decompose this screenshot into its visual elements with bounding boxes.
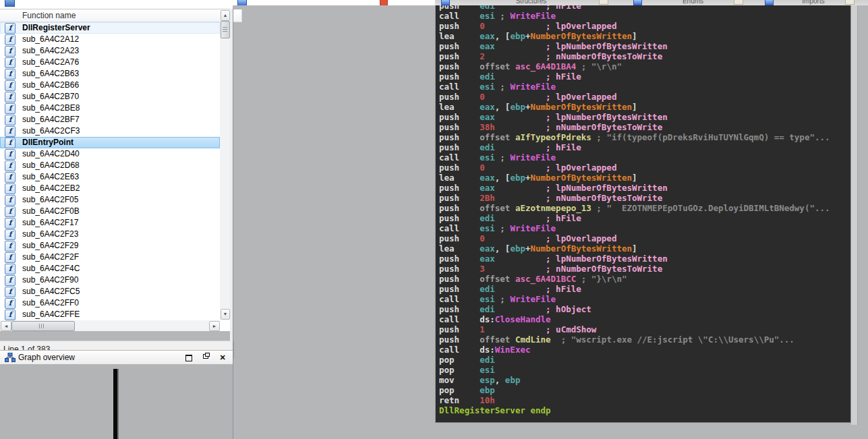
disasm-token-ins	[485, 324, 546, 334]
disasm-token-reg: esi	[480, 365, 495, 375]
maximize-button[interactable]	[184, 353, 194, 362]
disasm-line[interactable]: pop ebp	[439, 385, 850, 395]
disassembly-graph-node[interactable]: push edi ; hFilecall esi ; WriteFilepush…	[435, 0, 851, 423]
disasm-line[interactable]: call ds:CloseHandle	[439, 314, 850, 324]
graph-overview-title: Graph overview	[18, 353, 75, 362]
disasm-line[interactable]: push eax ; lpNumberOfBytesWritten	[439, 41, 850, 51]
disasm-line[interactable]: pop esi	[439, 365, 850, 375]
function-list-item[interactable]: fsub_6A4C2FF0	[0, 297, 220, 309]
disasm-line[interactable]: lea eax, [ebp+NumberOfBytesWritten]	[439, 31, 850, 41]
disasm-line[interactable]: retn 10h	[439, 395, 850, 405]
function-list-item[interactable]: fsub_6A4C2FFE	[0, 309, 220, 320]
disasm-line[interactable]: push offset aIfTypeofPdreks ; "if(typeof…	[439, 132, 850, 142]
tab-imports[interactable]: Imports	[759, 0, 868, 5]
disasm-line[interactable]: pop edi	[439, 355, 850, 365]
disasm-line[interactable]: push eax ; lpNumberOfBytesWritten	[439, 112, 850, 122]
disasm-line[interactable]: push 0 ; lpOverlapped	[439, 21, 850, 31]
thumb-grip	[39, 324, 45, 328]
disasm-line[interactable]: push 0 ; lpOverlapped	[439, 233, 850, 243]
disasm-line[interactable]: push offset aEzotnmepepo_13 ; " EZOTNMEP…	[439, 203, 850, 213]
function-list-item[interactable]: fsub_6A4C2EB2	[0, 183, 220, 194]
disasm-line[interactable]: DllRegisterServer endp	[439, 405, 850, 415]
disasm-line[interactable]: call ds:WinExec	[439, 345, 850, 355]
function-list-item[interactable]: fsub_6A4C2A12	[0, 34, 220, 45]
function-list-item[interactable]: fsub_6A4C2F29	[0, 240, 220, 252]
disasm-line[interactable]: push edi ; hFile	[439, 71, 850, 82]
function-list-item[interactable]: fsub_6A4C2CF3	[0, 125, 220, 137]
disasm-line[interactable]: push 0 ; lpOverlapped	[439, 92, 850, 102]
function-list-item[interactable]: fsub_6A4C2B70	[0, 91, 220, 103]
function-f-icon: f	[5, 218, 16, 229]
function-list-item[interactable]: fsub_6A4C2D68	[0, 160, 220, 171]
function-list-item[interactable]: fsub_6A4C2F90	[0, 274, 220, 286]
tab-structures[interactable]: Structures	[435, 0, 628, 5]
disasm-line[interactable]: call esi ; WriteFile	[439, 223, 850, 233]
function-list-item[interactable]: fsub_6A4C2F4C	[0, 263, 220, 274]
float-button[interactable]	[201, 353, 210, 362]
function-list-item[interactable]: fsub_6A4C2F2F	[0, 252, 220, 263]
toolbar-icon[interactable]	[5, 0, 15, 7]
scroll-left-arrow[interactable]: ◄	[1, 321, 11, 331]
function-list-item[interactable]: fsub_6A4C2BF7	[0, 114, 220, 125]
function-list-item[interactable]: fsub_6A4C2E63	[0, 171, 220, 183]
scroll-right-arrow[interactable]: ►	[209, 321, 220, 331]
disasm-line[interactable]: push 0 ; lpOverlapped	[439, 163, 850, 173]
graph-overview-canvas[interactable]	[0, 364, 233, 439]
functions-horizontal-scrollbar[interactable]: ◄ ►	[0, 320, 220, 331]
scrollbar-thumb[interactable]	[221, 21, 230, 38]
function-list-item[interactable]: fsub_6A4C2F0B	[0, 206, 220, 217]
function-list-item[interactable]: fsub_6A4C2A76	[0, 57, 220, 68]
disasm-line[interactable]: push 38h ; nNumberOfBytesToWrite	[439, 122, 850, 132]
function-list-item[interactable]: fsub_6A4C2F17	[0, 217, 220, 229]
disasm-line[interactable]: push edi ; hObject	[439, 304, 850, 314]
scrollbar-thumb[interactable]	[11, 321, 75, 331]
disasm-line[interactable]: mov esp, ebp	[439, 375, 850, 385]
disasm-line[interactable]: push 2Bh ; nNumberOfBytesToWrite	[439, 193, 850, 203]
disasm-line[interactable]: push eax ; lpNumberOfBytesWritten	[439, 254, 850, 264]
function-list-item[interactable]: fsub_6A4C2F23	[0, 229, 220, 240]
function-list-item[interactable]: fsub_6A4C2A23	[0, 45, 220, 57]
function-list-item[interactable]: fDllEntryPoint	[0, 137, 220, 148]
function-list-item[interactable]: fsub_6A4C2BE8	[0, 103, 220, 114]
function-f-icon: f	[5, 80, 16, 91]
disasm-line[interactable]: push offset CmdLine ; "wscript.exe //E:j…	[439, 334, 850, 345]
disasm-token-ins: push	[439, 264, 480, 274]
disasm-line[interactable]: push edi ; hFile	[439, 142, 850, 152]
tab-enums[interactable]: Enums	[627, 0, 759, 5]
disasm-line[interactable]: push offset asc_6A4D1BA4 ; "\r\n"	[439, 61, 850, 71]
function-list-item[interactable]: fsub_6A4C2B63	[0, 68, 220, 80]
disasm-token-var: NumberOfBytesWritten	[530, 243, 632, 254]
disasm-line[interactable]: push edi ; hFile	[439, 213, 850, 223]
graph-overview-node-miniature[interactable]	[113, 369, 119, 439]
disasm-token-reg: esi	[480, 82, 495, 92]
function-list-item[interactable]: fsub_6A4C2D40	[0, 148, 220, 160]
disasm-line[interactable]: push 3 ; nNumberOfBytesToWrite	[439, 264, 850, 274]
disasm-line[interactable]: push 1 ; uCmdShow	[439, 324, 850, 334]
function-name-label: DllRegisterServer	[22, 23, 90, 32]
disasm-token-ins: push	[439, 203, 480, 213]
tab-ida-view-active[interactable]	[233, 0, 436, 5]
functions-vertical-scrollbar[interactable]: ▲ ▼	[220, 10, 230, 320]
disasm-line[interactable]: call esi ; WriteFile	[439, 152, 850, 163]
scroll-up-arrow[interactable]: ▲	[221, 10, 230, 21]
disasm-line[interactable]: lea eax, [ebp+NumberOfBytesWritten]	[439, 243, 850, 254]
disasm-line[interactable]: lea eax, [ebp+NumberOfBytesWritten]	[439, 102, 850, 112]
function-name-column-header[interactable]: Function name	[0, 9, 242, 22]
graph-overview-titlebar[interactable]: Graph overview ✕	[0, 350, 233, 365]
disasm-line[interactable]: call esi ; WriteFile	[439, 11, 850, 21]
function-list-item[interactable]: fDllRegisterServer	[0, 22, 220, 34]
disasm-line[interactable]: call esi ; WriteFile	[439, 294, 850, 304]
scroll-down-arrow[interactable]: ▼	[221, 309, 230, 320]
function-list-item[interactable]: fsub_6A4C2FC5	[0, 286, 220, 297]
disasm-line[interactable]: push eax ; lpNumberOfBytesWritten	[439, 183, 850, 193]
function-list-item[interactable]: fsub_6A4C2B66	[0, 80, 220, 91]
disasm-line[interactable]: push 2 ; nNumberOfBytesToWrite	[439, 51, 850, 61]
disasm-line[interactable]: lea eax, [ebp+NumberOfBytesWritten]	[439, 173, 850, 183]
function-f-icon: f	[5, 206, 16, 217]
disasm-line[interactable]: push offset asc_6A4D1BCC ; "}\r\n"	[439, 274, 850, 284]
disasm-line[interactable]: push edi ; hFile	[439, 284, 850, 294]
close-button[interactable]: ✕	[218, 353, 227, 362]
disasm-token-pcmt: ; hFile	[546, 142, 581, 152]
disasm-line[interactable]: call esi ; WriteFile	[439, 82, 850, 92]
function-list-item[interactable]: fsub_6A4C2F05	[0, 194, 220, 206]
